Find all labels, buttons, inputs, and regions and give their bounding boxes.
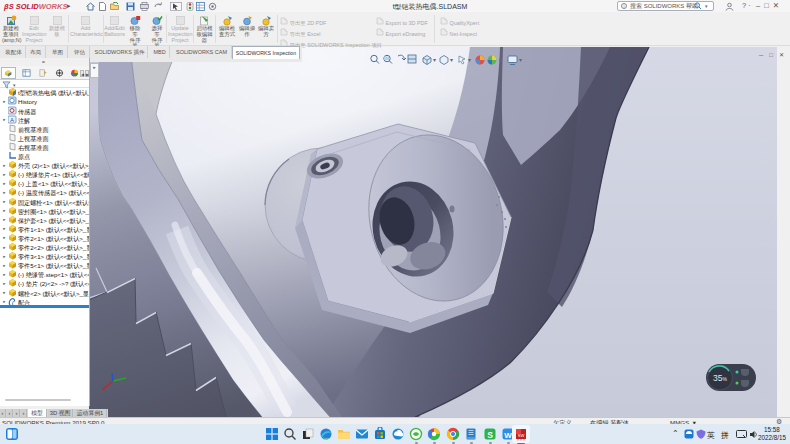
svg-text:▾: ▾ [433, 57, 436, 63]
svg-text:SW: SW [518, 433, 525, 438]
svg-text:▾: ▾ [519, 57, 522, 63]
svg-text:▾: ▾ [468, 57, 471, 63]
svg-text:A: A [10, 117, 14, 123]
svg-text:▾: ▾ [499, 57, 502, 63]
svg-text:S: S [487, 430, 493, 440]
svg-text:▾: ▾ [450, 57, 453, 63]
